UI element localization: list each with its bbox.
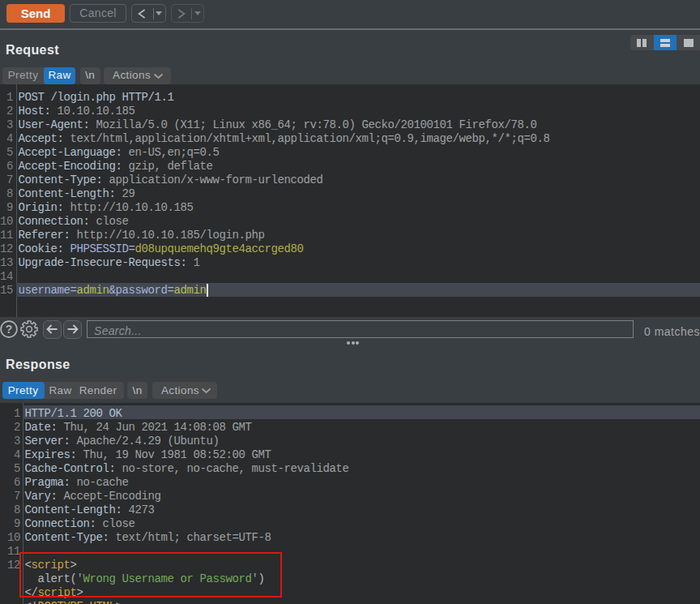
svg-text:?: ? — [6, 323, 13, 336]
